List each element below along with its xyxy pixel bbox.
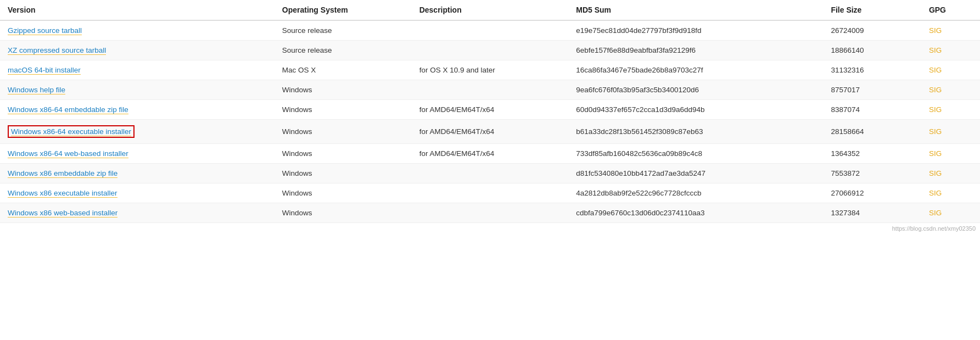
- filesize-cell: 1327384: [823, 203, 921, 223]
- md5-cell: 9ea6fc676f0fa3b95af3c5b3400120d6: [568, 80, 823, 100]
- description-cell: [412, 41, 569, 60]
- gpg-cell: SIG: [921, 20, 980, 41]
- gpg-cell: SIG: [921, 80, 980, 100]
- header-filesize: File Size: [823, 0, 921, 20]
- table-row: Windows x86 executable installerWindows4…: [0, 183, 980, 203]
- md5-cell: b61a33dc28f13b561452f3089c87eb63: [568, 120, 823, 144]
- os-cell: Windows: [275, 183, 412, 203]
- table-row: Windows x86 web-based installerWindowscd…: [0, 203, 980, 223]
- md5-cell: e19e75ec81dd04de27797bf3f9d918fd: [568, 20, 823, 41]
- sig-link[interactable]: SIG: [929, 169, 942, 177]
- version-cell: Windows x86 executable installer: [0, 183, 275, 203]
- watermark: https://blog.csdn.net/xmy02350: [0, 223, 980, 234]
- gpg-cell: SIG: [921, 203, 980, 223]
- filesize-cell: 8757017: [823, 80, 921, 100]
- gpg-cell: SIG: [921, 100, 980, 120]
- description-cell: for OS X 10.9 and later: [412, 60, 569, 80]
- table-row: Gzipped source tarballSource releasee19e…: [0, 20, 980, 41]
- sig-link[interactable]: SIG: [929, 66, 942, 74]
- os-cell: Windows: [275, 164, 412, 183]
- filesize-cell: 18866140: [823, 41, 921, 60]
- version-link[interactable]: Windows x86-64 embeddable zip file: [8, 105, 128, 114]
- description-cell: for AMD64/EM64T/x64: [412, 100, 569, 120]
- header-os: Operating System: [275, 0, 412, 20]
- sig-link[interactable]: SIG: [929, 46, 942, 54]
- header-md5: MD5 Sum: [568, 0, 823, 20]
- table-row: Windows x86-64 web-based installerWindow…: [0, 144, 980, 164]
- version-link[interactable]: Windows x86-64 executable installer: [11, 127, 131, 136]
- filesize-cell: 26724009: [823, 20, 921, 41]
- version-cell: Windows x86-64 executable installer: [0, 120, 275, 144]
- filesize-cell: 1364352: [823, 144, 921, 164]
- sig-link[interactable]: SIG: [929, 105, 942, 114]
- os-cell: Windows: [275, 203, 412, 223]
- description-cell: [412, 164, 569, 183]
- filesize-cell: 28158664: [823, 120, 921, 144]
- version-cell: Windows x86 web-based installer: [0, 203, 275, 223]
- header-version: Version: [0, 0, 275, 20]
- table-row: Windows x86-64 embeddable zip fileWindow…: [0, 100, 980, 120]
- gpg-cell: SIG: [921, 120, 980, 144]
- filesize-cell: 7553872: [823, 164, 921, 183]
- md5-cell: 4a2812db8ab9f2e522c96c7728cfcccb: [568, 183, 823, 203]
- md5-cell: 16ca86fa3467e75bade26b8a9703c27f: [568, 60, 823, 80]
- download-table: Version Operating System Description MD5…: [0, 0, 980, 223]
- header-description: Description: [412, 0, 569, 20]
- sig-link[interactable]: SIG: [929, 127, 942, 136]
- description-cell: [412, 183, 569, 203]
- os-cell: Source release: [275, 41, 412, 60]
- description-cell: [412, 20, 569, 41]
- version-link[interactable]: Windows x86-64 web-based installer: [8, 149, 128, 158]
- version-cell: XZ compressed source tarball: [0, 41, 275, 60]
- filesize-cell: 27066912: [823, 183, 921, 203]
- version-cell: macOS 64-bit installer: [0, 60, 275, 80]
- filesize-cell: 31132316: [823, 60, 921, 80]
- table-row: Windows x86 embeddable zip fileWindowsd8…: [0, 164, 980, 183]
- md5-cell: 733df85afb160482c5636ca09b89c4c8: [568, 144, 823, 164]
- table-row: Windows x86-64 executable installerWindo…: [0, 120, 980, 144]
- version-link[interactable]: macOS 64-bit installer: [8, 66, 81, 75]
- md5-cell: 60d0d94337ef657c2cca1d3d9a6dd94b: [568, 100, 823, 120]
- gpg-cell: SIG: [921, 183, 980, 203]
- filesize-cell: 8387074: [823, 100, 921, 120]
- gpg-cell: SIG: [921, 164, 980, 183]
- gpg-cell: SIG: [921, 60, 980, 80]
- os-cell: Mac OS X: [275, 60, 412, 80]
- version-link[interactable]: Gzipped source tarball: [8, 26, 82, 35]
- version-link[interactable]: XZ compressed source tarball: [8, 46, 106, 55]
- md5-cell: d81fc534080e10bb4172ad7ae3da5247: [568, 164, 823, 183]
- gpg-cell: SIG: [921, 41, 980, 60]
- version-cell: Windows x86-64 web-based installer: [0, 144, 275, 164]
- version-cell: Gzipped source tarball: [0, 20, 275, 41]
- version-link[interactable]: Windows x86 web-based installer: [8, 209, 117, 218]
- os-cell: Windows: [275, 100, 412, 120]
- md5-cell: cdbfa799e6760c13d06d0c2374110aa3: [568, 203, 823, 223]
- os-cell: Windows: [275, 80, 412, 100]
- sig-link[interactable]: SIG: [929, 189, 942, 197]
- download-table-wrapper: Version Operating System Description MD5…: [0, 0, 980, 234]
- version-link[interactable]: Windows x86 embeddable zip file: [8, 169, 117, 178]
- version-link[interactable]: Windows x86 executable installer: [8, 189, 117, 198]
- version-cell: Windows x86 embeddable zip file: [0, 164, 275, 183]
- version-cell: Windows help file: [0, 80, 275, 100]
- os-cell: Windows: [275, 144, 412, 164]
- sig-link[interactable]: SIG: [929, 149, 942, 158]
- table-row: Windows help fileWindows9ea6fc676f0fa3b9…: [0, 80, 980, 100]
- sig-link[interactable]: SIG: [929, 86, 942, 94]
- description-cell: [412, 203, 569, 223]
- os-cell: Source release: [275, 20, 412, 41]
- sig-link[interactable]: SIG: [929, 26, 942, 35]
- table-row: macOS 64-bit installerMac OS Xfor OS X 1…: [0, 60, 980, 80]
- description-cell: for AMD64/EM64T/x64: [412, 144, 569, 164]
- table-row: XZ compressed source tarballSource relea…: [0, 41, 980, 60]
- description-cell: for AMD64/EM64T/x64: [412, 120, 569, 144]
- header-gpg: GPG: [921, 0, 980, 20]
- table-header-row: Version Operating System Description MD5…: [0, 0, 980, 20]
- version-cell: Windows x86-64 embeddable zip file: [0, 100, 275, 120]
- md5-cell: 6ebfe157f6e88d9eabfbaf3fa92129f6: [568, 41, 823, 60]
- gpg-cell: SIG: [921, 144, 980, 164]
- description-cell: [412, 80, 569, 100]
- os-cell: Windows: [275, 120, 412, 144]
- sig-link[interactable]: SIG: [929, 209, 942, 217]
- version-link[interactable]: Windows help file: [8, 86, 65, 94]
